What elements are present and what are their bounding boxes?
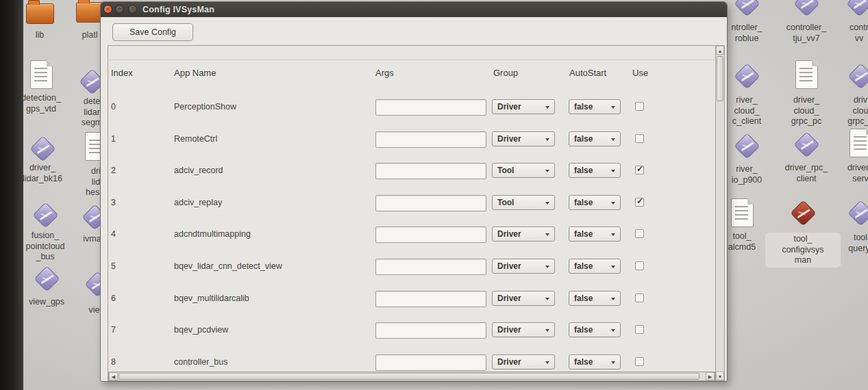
desktop-icon-label: driv clou grpc_s: [823, 95, 868, 127]
app-name: RemoteCtrl: [174, 134, 217, 144]
use-checkbox[interactable]: [635, 134, 644, 143]
row-index: 1: [111, 134, 116, 144]
table-row: 2adciv_recordToolfalse: [101, 163, 728, 181]
table-row: 3adciv_replayToolfalse: [101, 195, 728, 213]
diamond-icon: [793, 131, 819, 157]
column-header-group: Group: [493, 68, 518, 78]
chevron-down-icon: [611, 265, 615, 268]
args-input[interactable]: [375, 195, 486, 211]
group-dropdown[interactable]: Driver: [492, 291, 555, 306]
doc-icon: [731, 198, 754, 227]
app-name: PerceptionShow: [174, 102, 236, 112]
scroll-down-icon[interactable]: ▼: [716, 372, 724, 380]
doc-icon: [30, 60, 53, 89]
chevron-down-icon: [545, 233, 549, 236]
scroll-left-icon[interactable]: ◀: [109, 372, 118, 380]
args-input[interactable]: [375, 354, 486, 371]
autostart-dropdown[interactable]: false: [569, 354, 621, 369]
app-name: adciv_record: [174, 166, 223, 175]
group-dropdown[interactable]: Driver: [492, 259, 555, 274]
app-name: bqev_multilidarcalib: [174, 294, 249, 303]
header-separator: [108, 60, 725, 60]
window-titlebar[interactable]: × – ▫ Config IVSysMan: [101, 2, 727, 17]
autostart-dropdown[interactable]: false: [569, 259, 621, 274]
horizontal-scrollbar[interactable]: ◀ ▶: [108, 372, 715, 381]
use-checkbox[interactable]: [635, 229, 644, 238]
args-input[interactable]: [375, 322, 486, 339]
group-dropdown[interactable]: Tool: [492, 163, 555, 178]
chevron-down-icon: [611, 298, 615, 300]
chevron-down-icon: [545, 361, 549, 364]
group-dropdown[interactable]: Driver: [492, 99, 555, 114]
table-row: 0PerceptionShowDriverfalse: [101, 99, 728, 117]
table-row: 4adcndtmultimappingDriverfalse: [101, 226, 728, 244]
chevron-down-icon: [611, 329, 615, 332]
column-header-app-name: App Name: [174, 68, 216, 78]
row-index: 6: [111, 294, 116, 303]
scroll-right-icon[interactable]: ▶: [706, 372, 715, 380]
use-checkbox[interactable]: [635, 261, 644, 270]
app-name: bqev_lidar_cnn_detect_view: [174, 261, 282, 271]
autostart-dropdown[interactable]: false: [569, 131, 621, 146]
vertical-scrollbar[interactable]: ▲ ▼: [715, 45, 725, 381]
column-header-autostart: AutoStart: [569, 68, 606, 78]
app-name: adcndtmultimapping: [174, 229, 251, 239]
args-input[interactable]: [375, 259, 486, 275]
use-checkbox[interactable]: [635, 357, 644, 366]
app-name: bqev_pcdview: [174, 325, 228, 335]
save-config-button[interactable]: Save Config: [112, 23, 193, 41]
group-dropdown[interactable]: Driver: [492, 131, 555, 146]
row-index: 0: [111, 102, 116, 112]
autostart-dropdown[interactable]: false: [569, 163, 621, 178]
autostart-dropdown[interactable]: false: [569, 291, 621, 306]
args-input[interactable]: [375, 163, 486, 179]
row-index: 7: [111, 325, 116, 335]
close-icon: ×: [104, 5, 112, 14]
chevron-down-icon: [611, 361, 615, 364]
autostart-dropdown[interactable]: false: [569, 99, 621, 114]
autostart-dropdown[interactable]: false: [569, 322, 621, 337]
diamond-red-icon: [790, 200, 816, 226]
vertical-scroll-thumb[interactable]: [717, 56, 723, 101]
chevron-down-icon: [545, 202, 549, 205]
diamond-icon: [847, 200, 868, 226]
group-dropdown[interactable]: Tool: [492, 195, 555, 210]
args-input[interactable]: [375, 226, 486, 243]
table-row: 5bqev_lidar_cnn_detect_viewDriverfalse: [101, 259, 728, 276]
group-dropdown[interactable]: Driver: [492, 226, 555, 242]
table-row: 6bqev_multilidarcalibDriverfalse: [101, 291, 728, 309]
app-name: controller_bus: [174, 357, 228, 367]
chevron-down-icon: [545, 329, 549, 332]
desktop-icon-label: tool queryr: [823, 233, 868, 254]
table-row: 8controller_busDriverfalse: [101, 354, 728, 372]
row-index: 5: [111, 261, 116, 271]
use-checkbox[interactable]: [635, 325, 644, 334]
chevron-down-icon: [545, 106, 549, 109]
use-checkbox[interactable]: [635, 198, 644, 207]
minimize-button[interactable]: –: [115, 5, 124, 14]
close-button[interactable]: ×: [103, 5, 112, 14]
chevron-down-icon: [545, 138, 549, 141]
column-header-args: Args: [375, 68, 394, 78]
maximize-icon: ▫: [129, 4, 136, 13]
horizontal-scroll-thumb[interactable]: [119, 373, 699, 380]
row-index: 8: [111, 357, 116, 367]
maximize-button[interactable]: ▫: [128, 5, 137, 14]
scroll-up-icon[interactable]: ▲: [716, 46, 724, 55]
use-checkbox[interactable]: [635, 166, 644, 174]
autostart-dropdown[interactable]: false: [569, 195, 621, 210]
row-index: 4: [111, 229, 116, 239]
use-checkbox[interactable]: [635, 102, 644, 111]
diamond-icon: [734, 133, 760, 159]
chevron-down-icon: [545, 265, 549, 268]
row-index: 3: [111, 198, 116, 207]
diamond-icon: [734, 63, 760, 89]
args-input[interactable]: [375, 99, 486, 116]
args-input[interactable]: [375, 131, 486, 148]
chevron-down-icon: [611, 170, 615, 172]
use-checkbox[interactable]: [635, 294, 644, 302]
autostart-dropdown[interactable]: false: [569, 226, 621, 242]
group-dropdown[interactable]: Driver: [492, 354, 555, 369]
group-dropdown[interactable]: Driver: [492, 322, 555, 337]
args-input[interactable]: [375, 291, 486, 307]
